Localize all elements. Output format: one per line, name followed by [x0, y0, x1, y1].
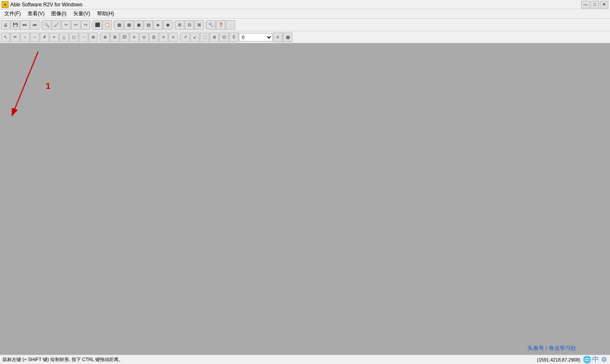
tb1-btn-grid6[interactable]: ◉	[163, 20, 172, 30]
status-icon-3: ⚙	[601, 356, 607, 363]
status-right: (1591.4218,87.2908) 🌐 中 ⚙	[537, 356, 607, 363]
tb1-btn-tool2[interactable]: ⊟	[185, 20, 194, 30]
tb2-btn-target[interactable]: ⊡	[219, 33, 229, 42]
tb1-separator-13	[112, 20, 114, 30]
tb1-btn-save[interactable]: 💾	[11, 20, 20, 30]
tb2-btn-ne[interactable]: ≠	[159, 33, 168, 42]
tb1-btn-settings[interactable]: 🔧	[206, 20, 216, 30]
tb1-btn-about[interactable]: ❔	[226, 20, 235, 30]
status-text: 鼠标左键 (+ SHIFT 键) 绘制矩形, 按下 CTRL 键拖动距离。	[3, 356, 123, 363]
tb2-btn-arrow2[interactable]: ↙	[190, 33, 200, 42]
tb1-separator-20	[173, 20, 175, 30]
tb2-btn-add[interactable]: ⊕	[89, 33, 98, 42]
tb2-btn-arrow1[interactable]: ↗	[180, 33, 190, 42]
arrow-annotation	[8, 47, 51, 119]
title-bar: A Able Software R2V for Windows — □ ✕	[0, 0, 610, 9]
tb2-btn-resize[interactable]: ↔	[30, 33, 39, 42]
tb1-btn-grid4[interactable]: ▤	[144, 20, 153, 30]
tb2-btn-square[interactable]: ◻	[69, 33, 78, 42]
menu-item-menu-file[interactable]: 文件(F)	[1, 9, 24, 18]
tb2-btn-remove[interactable]: ⊗	[100, 33, 110, 42]
toolbar1: 🖨💾⏭⏮🔍🔎✂↩↪⬛📋▦▦▣▤◈◉⊞⊟⊠🔧❓❔	[0, 19, 610, 31]
tb2-separator-19	[178, 33, 180, 42]
status-icons: 🌐 中 ⚙	[584, 356, 607, 363]
tb1-btn-help[interactable]: ❓	[216, 20, 225, 30]
tb2-separator-10	[98, 33, 100, 42]
tb2-btn-delete[interactable]: ✗	[40, 33, 49, 42]
tb2-btn-move[interactable]: ↕	[20, 33, 30, 42]
tb2-btn-circle[interactable]: ⊙	[139, 33, 149, 42]
tb1-btn-grid5[interactable]: ◈	[153, 20, 163, 30]
tb2-btn-list[interactable]: ≡	[130, 33, 139, 42]
tb1-btn-rect[interactable]: ⬛	[93, 20, 102, 30]
tb1-btn-next[interactable]: ⏭	[20, 20, 30, 30]
tb1-btn-zoom-out[interactable]: 🔎	[52, 20, 61, 30]
tb2-btn-box[interactable]: ⊞	[110, 33, 119, 42]
tb1-btn-cut[interactable]: ✂	[61, 20, 71, 30]
tb2-dropdown[interactable]: 012345	[239, 33, 273, 41]
title-bar-left: A Able Software R2V for Windows	[2, 1, 83, 8]
tb2-btn-extra1[interactable]: ≡	[273, 33, 283, 42]
tb2-btn-triangle[interactable]: △	[59, 33, 69, 42]
menu-item-menu-vector[interactable]: 矢量(V)	[70, 9, 94, 18]
status-icon-2: 中	[592, 356, 599, 363]
annotation-label: 1	[46, 81, 50, 91]
tb1-btn-redo[interactable]: ↪	[81, 20, 90, 30]
menu-item-menu-image[interactable]: 图像(I)	[48, 9, 69, 18]
svg-line-1	[15, 52, 38, 109]
status-icon-1: 🌐	[584, 356, 591, 363]
tb2-btn-more1[interactable]: ⋯	[79, 33, 88, 42]
tb2-btn-extra2[interactable]: ▦	[283, 33, 292, 42]
tb1-btn-tool1[interactable]: ⊞	[175, 20, 184, 30]
menu-bar: 文件(F)查看(V)图像(I)矢量(V)帮助(H)	[0, 9, 610, 19]
tb1-btn-open[interactable]: 🖨	[1, 20, 10, 30]
tb1-btn-zoom-in[interactable]: 🔍	[42, 20, 51, 30]
tb2-btn-crosshair[interactable]: ⌖	[50, 33, 59, 42]
tb2-btn-eq[interactable]: ≡	[169, 33, 178, 42]
tb2-btn-go[interactable]: 去	[149, 33, 158, 42]
menu-item-menu-help[interactable]: 帮助(H)	[94, 9, 118, 18]
tb1-btn-tool3[interactable]: ⊠	[194, 20, 204, 30]
tb2-btn-select[interactable]: ↖	[1, 33, 10, 42]
menu-item-menu-view[interactable]: 查看(V)	[24, 9, 48, 18]
tb1-btn-undo[interactable]: ↩	[71, 20, 80, 30]
tb2-btn-zero[interactable]: 0	[229, 33, 238, 42]
app-icon: A	[2, 1, 8, 8]
tb1-btn-grid1[interactable]: ▦	[114, 20, 124, 30]
minimize-button[interactable]: —	[581, 1, 590, 8]
status-bar: 鼠标左键 (+ SHIFT 键) 绘制矩形, 按下 CTRL 键拖动距离。 (1…	[0, 355, 610, 364]
tb1-separator-4	[40, 20, 42, 30]
tb2-btn-id[interactable]: ID	[120, 33, 129, 42]
tb2-btn-draw[interactable]: ✏	[11, 33, 20, 42]
tb1-btn-prev[interactable]: ⏮	[30, 20, 39, 30]
tb1-separator-24	[204, 20, 206, 30]
status-coords: (1591.4218,87.2908)	[537, 357, 580, 362]
maximize-button[interactable]: □	[591, 1, 599, 8]
tb1-separator-10	[91, 20, 92, 30]
tb1-btn-paste[interactable]: 📋	[103, 20, 112, 30]
tb1-btn-grid2[interactable]: ▦	[124, 20, 133, 30]
title-text: Able Software R2V for Windows	[10, 2, 83, 8]
toolbar2: ↖✏↕↔✗⌖△◻⋯⊕⊗⊞ID≡⊙去≠≡↗↙⬚⊕⊡0012345≡▦	[0, 31, 610, 43]
close-button[interactable]: ✕	[600, 1, 608, 8]
title-bar-controls[interactable]: — □ ✕	[581, 1, 608, 8]
tb2-btn-plus[interactable]: ⊕	[210, 33, 219, 42]
tb1-btn-grid3[interactable]: ▣	[134, 20, 143, 30]
tb2-btn-box2[interactable]: ⬚	[200, 33, 209, 42]
canvas-area: 1	[0, 43, 610, 355]
